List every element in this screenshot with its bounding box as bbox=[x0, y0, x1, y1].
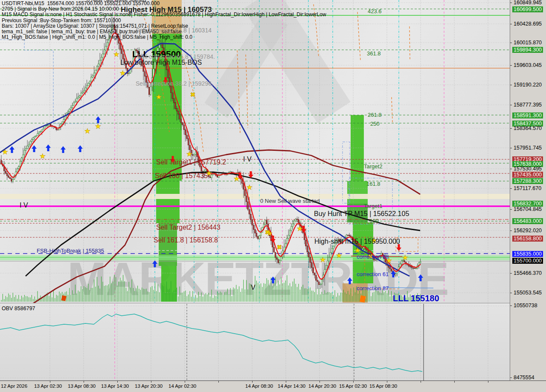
price-axis-label: 157288.300 bbox=[512, 178, 543, 184]
star-icon: ★ bbox=[186, 150, 192, 158]
star-icon: ★ bbox=[84, 127, 90, 135]
highest-high-label: Highest High M15 | 160573 bbox=[121, 6, 212, 14]
price-axis-label: 156158.800 bbox=[512, 236, 543, 242]
annotation-label: Sell Target1 | 157719.2 bbox=[156, 159, 226, 166]
axis-tick bbox=[510, 85, 512, 85]
info-line-7: M1_High_BOS:false | High_shift_m1: 0.0 |… bbox=[2, 35, 326, 40]
annotation-label: correction 87 bbox=[357, 285, 389, 291]
info-line-4: Previous Signal :Buy-Stop-Tanken from: 1… bbox=[2, 18, 326, 23]
annotation-label: LLL 155180 bbox=[393, 294, 439, 303]
price-axis-label: 159894.300 bbox=[512, 47, 543, 53]
annotation-label: correction 88 bbox=[357, 254, 389, 260]
price-axis-label: 156483.000 bbox=[512, 218, 543, 224]
buy-arrow-icon bbox=[96, 116, 101, 123]
annotation-label: High-shift m15 | 155950.000 bbox=[314, 238, 400, 245]
annotation-label: FSB-HighToBreak | 155835 bbox=[37, 248, 104, 254]
star-icon: ★ bbox=[354, 247, 360, 254]
star-icon: ★ bbox=[40, 153, 46, 160]
price-axis-label: 155053.545 bbox=[512, 290, 543, 296]
axis-tick bbox=[286, 381, 286, 383]
price-axis-label: 156832.700 bbox=[512, 201, 543, 207]
price-axis-label: 159603.045 bbox=[512, 62, 543, 68]
axis-tick bbox=[319, 381, 320, 383]
axis-tick bbox=[510, 209, 512, 210]
annotation-label: Target2 bbox=[364, 164, 382, 170]
star-icon: ★ bbox=[120, 69, 126, 77]
price-axis-label: 157435.000 bbox=[512, 172, 543, 178]
annotation-label: Sell correction 61.8 | 160314 bbox=[136, 27, 212, 34]
price-axis-label: 10550738 bbox=[512, 303, 539, 308]
price-axis-label: 8475554 bbox=[512, 375, 536, 380]
obv-indicator-panel[interactable]: OBV 8586797 bbox=[0, 303, 510, 381]
annotation-label: 261.8 bbox=[368, 112, 382, 118]
buy-arrow-icon bbox=[9, 146, 15, 153]
candlestick-chart-canvas: ★★★★★★★★★★★★★★★★★★★✖✖✖✖ bbox=[0, 0, 510, 303]
time-axis-label: 14 Apr 14:30 bbox=[278, 383, 305, 389]
price-axis-label: 160015.870 bbox=[512, 40, 543, 46]
star-icon: ★ bbox=[247, 184, 253, 191]
axis-tick bbox=[50, 381, 50, 383]
axis-tick bbox=[510, 306, 512, 306]
axis-tick bbox=[510, 43, 512, 43]
price-axis-label: 157117.670 bbox=[512, 185, 543, 191]
star-icon: ★ bbox=[336, 252, 342, 259]
obv-line-canvas bbox=[0, 304, 510, 381]
annotation-label: Buy Hunt TP M15 | 156522.105 bbox=[314, 210, 409, 218]
axis-tick bbox=[510, 231, 512, 231]
annotation-label: I V bbox=[20, 202, 28, 209]
axis-tick bbox=[387, 381, 387, 383]
axis-tick bbox=[218, 381, 219, 383]
annotation-label: 423.6 bbox=[368, 9, 382, 14]
axis-tick bbox=[510, 24, 512, 24]
annotation-label: Sell Target2 | 156443 bbox=[156, 224, 221, 231]
axis-tick bbox=[151, 381, 151, 383]
annotation-label: V bbox=[251, 284, 256, 291]
annotation-label: Sell 161.8 | 156158.8 bbox=[154, 237, 218, 244]
obv-line bbox=[0, 314, 422, 372]
price-axis-label: 157530.495 bbox=[512, 166, 543, 172]
obv-value-label: OBV 8586797 bbox=[2, 306, 35, 311]
axis-tick bbox=[510, 105, 512, 105]
price-axis-label: 158591.300 bbox=[512, 112, 543, 118]
axis-tick bbox=[510, 65, 512, 66]
annotation-label: 0 New Sell wave started bbox=[260, 198, 319, 204]
axis-tick bbox=[454, 381, 455, 383]
time-axis-label: 13 Apr 20:30 bbox=[135, 383, 163, 389]
axis-tick bbox=[510, 273, 512, 274]
buy-arrow-icon bbox=[78, 145, 83, 152]
annotation-label: 361.8 bbox=[367, 51, 381, 57]
axis-tick bbox=[510, 169, 512, 169]
price-axis-label: 159190.220 bbox=[512, 82, 543, 88]
buy-arrow-icon bbox=[32, 145, 37, 152]
annotation-label: 161.8 bbox=[366, 181, 380, 187]
cross-icon: ✖ bbox=[190, 91, 195, 98]
buy-arrow-icon bbox=[61, 146, 66, 153]
price-axis-label: 158364.570 bbox=[512, 125, 543, 131]
price-axis-label: 156704.845 bbox=[512, 206, 543, 212]
cross-icon: ✖ bbox=[277, 244, 282, 251]
level-lines bbox=[0, 9, 510, 261]
price-axis-label: 155835.000 bbox=[512, 251, 543, 257]
time-axis-label: 13 Apr 08:30 bbox=[68, 383, 96, 389]
time-axis-label: 13 Apr 14:30 bbox=[101, 383, 129, 389]
cross-icon: ✖ bbox=[265, 229, 270, 236]
time-axis-label: 14 Apr 20:30 bbox=[308, 383, 336, 389]
main-chart-area[interactable]: MARKETZTRADE ★★★★★★★★★★★★★★★★★★★✖✖✖✖ USD… bbox=[0, 0, 510, 303]
time-axis-label: 14 Apr 02:30 bbox=[168, 383, 196, 389]
price-axis-label: 157951.745 bbox=[512, 145, 543, 151]
axis-tick bbox=[353, 381, 354, 383]
star-icon: ★ bbox=[320, 256, 326, 263]
mt4-terminal-chart: MARKETZTRADE ★★★★★★★★★★★★★★★★★★★✖✖✖✖ USD… bbox=[0, 0, 546, 392]
star-icon: ★ bbox=[156, 93, 162, 101]
axis-tick bbox=[510, 293, 512, 293]
axis-tick bbox=[421, 381, 421, 383]
axis-tick bbox=[510, 128, 512, 129]
price-axis[interactable]: 160849.945160699.500160428.695160015.870… bbox=[510, 0, 546, 380]
time-axis[interactable]: 12 Apr 202613 Apr 02:3013 Apr 08:3013 Ap… bbox=[0, 380, 546, 392]
price-axis-label: 160699.500 bbox=[512, 6, 543, 12]
buy-arrow-icon bbox=[418, 274, 423, 281]
annotation-label: Target1 bbox=[364, 203, 382, 209]
obv-grid bbox=[0, 304, 510, 381]
price-axis-label: 160428.695 bbox=[512, 21, 543, 27]
axis-tick bbox=[252, 381, 253, 383]
